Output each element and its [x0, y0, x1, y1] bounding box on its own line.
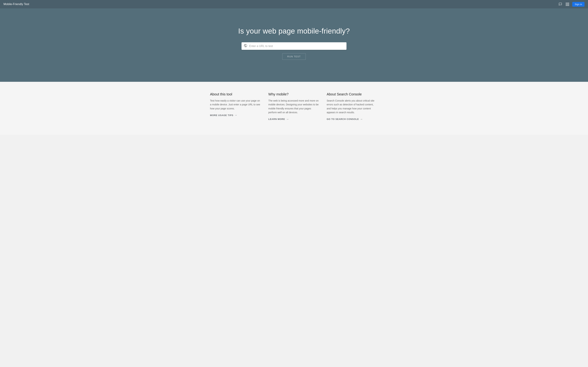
- arrow-right-icon: →: [360, 118, 363, 121]
- url-input[interactable]: [249, 45, 344, 48]
- grid-dot: [567, 5, 568, 6]
- sign-in-button[interactable]: Sign in: [572, 2, 585, 7]
- content-section: About this tool Test how easily a visito…: [0, 82, 588, 135]
- globe-icon: [244, 44, 247, 48]
- feedback-svg: [559, 2, 562, 6]
- grid-dots: [566, 3, 569, 6]
- apps-icon[interactable]: [565, 2, 570, 6]
- grid-dot: [567, 4, 568, 5]
- search-console-title: About Search Console: [327, 92, 378, 96]
- more-usage-tips-link[interactable]: MORE USAGE TIPS →: [210, 114, 261, 117]
- grid-dot: [568, 5, 569, 6]
- url-input-wrapper: [242, 42, 346, 50]
- why-mobile-card: Why mobile? The web is being accessed mo…: [268, 92, 320, 121]
- arrow-right-icon: →: [286, 118, 289, 121]
- search-console-text: Search Console alerts you about critical…: [327, 99, 378, 115]
- run-test-button[interactable]: RUN TEST: [282, 53, 306, 60]
- grid-dot: [568, 4, 569, 5]
- header: Mobile-Friendly Test Sign in: [0, 0, 588, 8]
- grid-dot: [566, 4, 567, 5]
- globe-svg: [244, 44, 247, 48]
- about-tool-title: About this tool: [210, 92, 261, 96]
- why-mobile-text: The web is being accessed more and more …: [268, 99, 320, 115]
- about-tool-text: Test how easily a visitor can use your p…: [210, 99, 261, 110]
- header-left: Mobile-Friendly Test: [3, 3, 29, 6]
- arrow-right-icon: →: [234, 114, 237, 117]
- grid-dot: [566, 3, 567, 3]
- search-console-card: About Search Console Search Console aler…: [327, 92, 378, 121]
- feedback-icon[interactable]: [558, 2, 562, 6]
- content-grid: About this tool Test how easily a visito…: [210, 92, 378, 121]
- hero-section: Is your web page mobile-friendly? RUN TE…: [0, 8, 588, 82]
- header-right: Sign in: [558, 2, 585, 7]
- about-tool-card: About this tool Test how easily a visito…: [210, 92, 261, 121]
- grid-dot: [567, 3, 568, 3]
- app-title: Mobile-Friendly Test: [3, 3, 29, 6]
- grid-dot: [566, 5, 567, 6]
- learn-more-link[interactable]: LEARN MORE →: [268, 118, 320, 121]
- why-mobile-title: Why mobile?: [268, 92, 320, 96]
- hero-title: Is your web page mobile-friendly?: [238, 27, 350, 35]
- grid-dot: [568, 3, 569, 3]
- go-to-search-console-link[interactable]: GO TO SEARCH CONSOLE →: [327, 118, 378, 121]
